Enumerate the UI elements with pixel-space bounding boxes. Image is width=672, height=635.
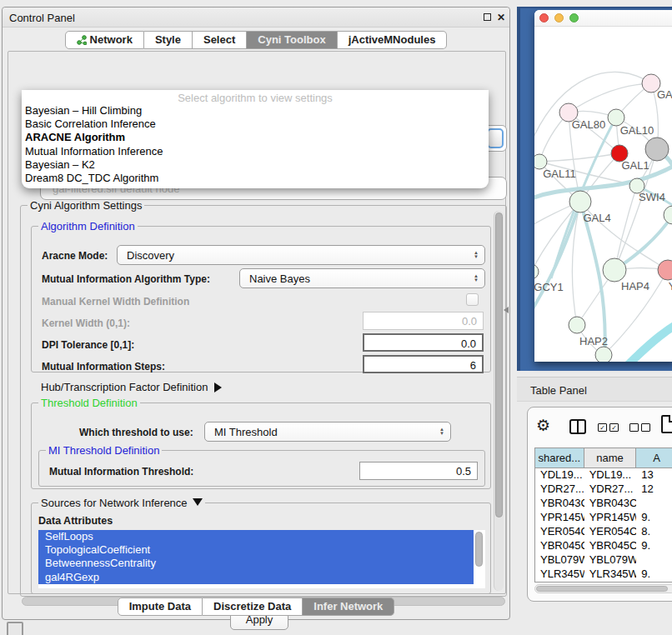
network-node-GAL4[interactable]: [569, 191, 591, 212]
split-view-icon[interactable]: [569, 419, 586, 434]
attribute-item-selfloops[interactable]: SelfLoops: [38, 530, 474, 543]
bottom-tab-infer-network[interactable]: Infer Network: [303, 598, 394, 616]
table-scrollbar-thumb[interactable]: [536, 586, 668, 592]
control-panel-titlebar: Control Panel ✕: [3, 8, 509, 28]
network-edge[interactable]: [534, 72, 651, 150]
network-node-GCY1[interactable]: [534, 264, 539, 279]
mi-steps-label: Mutual Information Steps:: [42, 361, 165, 372]
data-attributes-list[interactable]: SelfLoopsTopologicalCoefficientBetweenne…: [38, 530, 485, 588]
table-cell: YBR045C: [584, 539, 637, 553]
hub-section-label: Hub/Transcription Factor Definition: [41, 381, 208, 393]
table-cell: YBR043C: [535, 497, 584, 511]
network-node-salmon-right[interactable]: [658, 260, 672, 280]
table-row[interactable]: YBL079WYBL079W: [535, 553, 672, 568]
gear-icon[interactable]: ⚙: [536, 416, 550, 434]
aracne-mode-combobox[interactable]: Discovery ▲▼: [117, 245, 485, 265]
node-label-GAL80: GAL80: [572, 118, 605, 131]
attribute-item-topologicalcoefficient[interactable]: TopologicalCoefficient: [38, 543, 474, 557]
manual-kernel-checkbox[interactable]: [466, 293, 479, 306]
tab-style[interactable]: Style: [144, 31, 193, 49]
zoom-traffic-light-icon[interactable]: [569, 13, 579, 22]
close-traffic-light-icon[interactable]: [539, 13, 549, 22]
network-edge[interactable]: [569, 83, 651, 112]
tab-jactivemnodules[interactable]: jActiveMNodules: [338, 31, 448, 49]
attributes-list-scrollbar[interactable]: [475, 532, 483, 567]
settings-scrollbar-thumb[interactable]: [495, 212, 503, 518]
network-view-frame: GALGAL80GAL10GAL1GAL11SWI4GAL4GCY1HAP4YH…: [517, 7, 672, 371]
column-header-name[interactable]: name: [584, 448, 637, 468]
table-row[interactable]: YPR145WYPR145W9.: [535, 511, 672, 525]
which-threshold-combobox[interactable]: MI Threshold ▲▼: [204, 422, 451, 442]
select-all-icon[interactable]: ✓: [598, 423, 607, 432]
tab-cyni-toolbox[interactable]: Cyni Toolbox: [247, 31, 337, 49]
kernel-width-field[interactable]: 0.0: [363, 312, 484, 330]
network-node-HAP4[interactable]: [603, 258, 626, 282]
table-cell: YDR27...: [535, 482, 584, 497]
tab-network[interactable]: Network: [65, 31, 144, 49]
combo-stepper-icon[interactable]: [487, 128, 504, 148]
tab-select[interactable]: Select: [193, 31, 247, 49]
table-cell: 9.: [636, 539, 672, 553]
bottom-tab-discretize-data[interactable]: Discretize Data: [203, 598, 303, 616]
network-icon: [77, 35, 87, 45]
clear-selection-icon[interactable]: [629, 423, 639, 432]
which-threshold-value: MI Threshold: [205, 426, 437, 438]
mi-algorithm-type-combobox[interactable]: Naive Bayes ▲▼: [239, 268, 485, 288]
table-row[interactable]: YLR345WYLR345W9.: [535, 568, 672, 582]
table-row[interactable]: YBR045CYBR045C9.: [535, 539, 672, 553]
column-header-a[interactable]: A: [636, 448, 672, 468]
dropdown-item-basic-correlation-inference[interactable]: Basic Correlation Inference: [22, 118, 489, 131]
close-window-icon[interactable]: ✕: [495, 12, 507, 23]
network-node-HAP2[interactable]: [569, 317, 585, 333]
attribute-item-gal4rgexp[interactable]: gal4RGexp: [38, 571, 474, 584]
network-node-right-green[interactable]: [664, 206, 672, 224]
document-icon[interactable]: [661, 415, 672, 433]
table-cell: 13: [636, 468, 672, 482]
network-view-window: GALGAL80GAL10GAL1GAL11SWI4GAL4GCY1HAP4YH…: [534, 10, 672, 362]
mutual-information-threshold-field[interactable]: 0.5: [359, 462, 478, 480]
network-graph-canvas[interactable]: GALGAL80GAL10GAL1GAL11SWI4GAL4GCY1HAP4YH…: [534, 27, 672, 362]
algorithm-definition-group: Algorithm Definition Aracne Mode: Discov…: [31, 226, 491, 372]
bottom-tab-impute-data[interactable]: Impute Data: [118, 598, 203, 616]
algorithm-definition-title: Algorithm Definition: [38, 220, 138, 232]
settings-vertical-scrollbar[interactable]: [494, 211, 504, 591]
table-row[interactable]: YIL052CYIL052C9: [535, 582, 672, 582]
splitpane-collapse-icon[interactable]: [504, 307, 509, 313]
network-node-hub-gray[interactable]: [645, 138, 669, 161]
manual-kernel-label: Manual Kernel Width Definition: [42, 296, 189, 308]
table-cell: 9.: [636, 511, 672, 525]
clear-selection-icon[interactable]: [641, 423, 650, 432]
table-cell: YBL079W: [535, 553, 584, 568]
dpi-tolerance-field[interactable]: 0.0: [363, 333, 484, 352]
table-cell: YIL052C: [584, 582, 637, 582]
attribute-item-betweennesscentrality[interactable]: BetweennessCentrality: [38, 557, 474, 570]
table-row[interactable]: YDL19...YDL19...13: [535, 468, 672, 482]
algorithm-dropdown-popup: Select algorithm to view settings Bayesi…: [22, 90, 489, 188]
select-all-icon[interactable]: ✓: [609, 423, 619, 432]
table-row[interactable]: YDR27...YDR27...12: [535, 482, 672, 497]
column-header-shared-[interactable]: shared...: [535, 448, 584, 468]
minimize-traffic-light-icon[interactable]: [554, 13, 564, 22]
node-label-GAL4: GAL4: [583, 212, 610, 224]
collapse-down-icon[interactable]: [193, 498, 203, 506]
dropdown-item-bayesian-k2[interactable]: Bayesian – K2: [22, 158, 489, 172]
network-node-GAL10[interactable]: [608, 109, 624, 126]
dropdown-item-mutual-information-inference[interactable]: Mutual Information Inference: [22, 145, 489, 158]
cyni-algorithm-settings-group: Cyni Algorithm Settings Algorithm Defini…: [20, 205, 507, 597]
table-cell: YIL052C: [535, 582, 584, 582]
tab-label: Style: [155, 32, 181, 48]
hub-transcription-factor-section[interactable]: Hub/Transcription Factor Definition: [41, 381, 222, 393]
dropdown-item-aracne-algorithm[interactable]: ARACNE Algorithm: [22, 131, 489, 144]
table-row[interactable]: YER054CYER054C8.: [535, 525, 672, 539]
node-table-body: YDL19...YDL19...13YDR27...YDR27...12YBR0…: [535, 468, 672, 582]
dropdown-item-dream8-dc-tdc-algorithm[interactable]: Dream8 DC_TDC Algorithm: [22, 172, 489, 185]
data-attributes-label: Data Attributes: [38, 515, 113, 527]
network-edge[interactable]: [539, 153, 619, 162]
float-window-icon[interactable]: [481, 12, 493, 23]
table-horizontal-scrollbar[interactable]: [534, 584, 672, 593]
network-node-bottom-green[interactable]: [595, 347, 612, 362]
expand-right-icon[interactable]: [214, 382, 222, 392]
table-row[interactable]: YBR043CYBR043C: [535, 497, 672, 511]
mi-steps-field[interactable]: 6: [363, 355, 484, 373]
dropdown-item-bayesian-hill-climbing[interactable]: Bayesian – Hill Climbing: [22, 104, 489, 118]
